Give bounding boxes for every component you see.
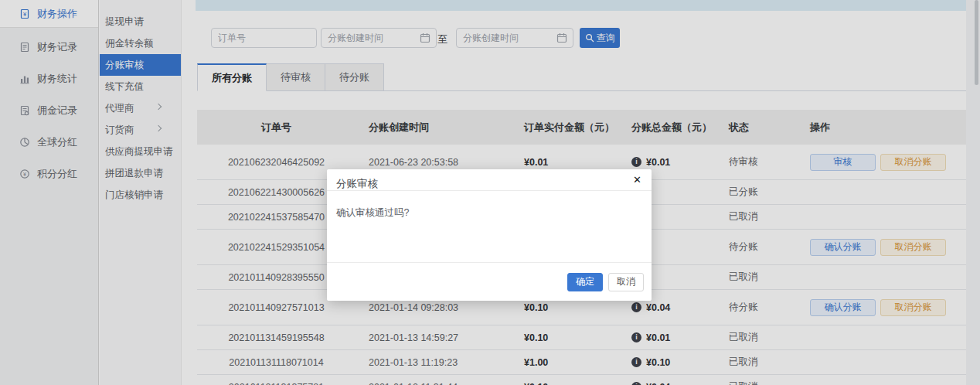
close-icon[interactable]: ✕ — [633, 175, 641, 185]
dialog-footer: 确定 取消 — [327, 262, 652, 301]
cancel-button[interactable]: 取消 — [608, 273, 644, 291]
dialog-header: 分账审核 ✕ — [327, 169, 652, 191]
app-window: ¥财务操作财务记录财务统计佣金记录全球分红¥积分分红 提现申请佣金转余额分账审核… — [0, 0, 980, 385]
confirm-button[interactable]: 确定 — [567, 273, 603, 291]
dialog-body-text: 确认审核通过吗? — [327, 191, 652, 235]
dialog-title: 分账审核 — [336, 178, 378, 189]
split-audit-dialog: 分账审核 ✕ 确认审核通过吗? 确定 取消 — [327, 169, 652, 301]
